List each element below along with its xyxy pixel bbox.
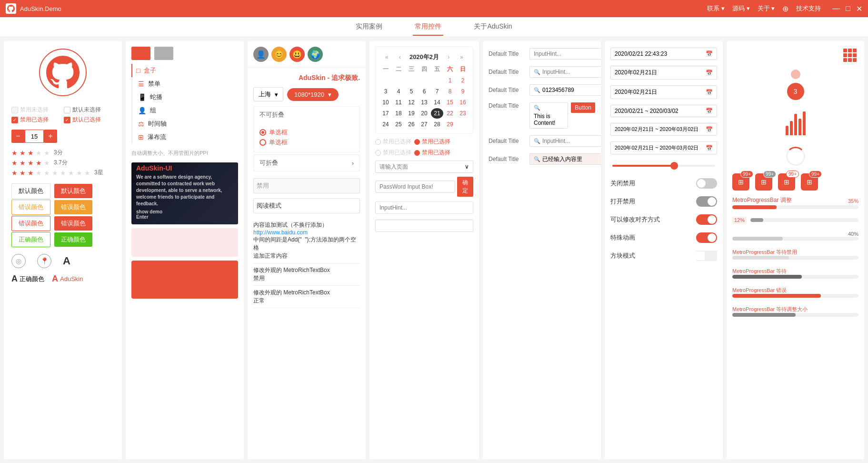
tab-cases[interactable]: 实用案例 [354,19,384,36]
menu-item-box[interactable]: □ 盒子 [131,64,238,77]
cal-day[interactable]: 20 [418,108,430,119]
btn-primary[interactable]: 默认颜色 [54,184,92,198]
input-box-2[interactable]: 🔍 [529,66,601,78]
cal-day[interactable]: 7 [431,86,443,97]
minimize-btn[interactable]: — [832,4,840,13]
btn-success-outline[interactable]: 正确颜色 [11,232,50,247]
menu-item-snake[interactable]: 📱 蛇播 [136,91,238,104]
datetime-3[interactable]: 2020年02月21日 📅 [610,85,717,99]
switch-on-gray[interactable] [696,196,717,207]
cal-day[interactable]: 22 [444,108,456,119]
menu-item-timeline[interactable]: ⚖ 时间轴 [136,117,238,131]
cal-day[interactable]: 2 [457,75,469,86]
btn-success[interactable]: 正确颜色 [54,232,92,247]
datetime-4[interactable]: 2020/02/21 ~ 2020/03/02 📅 [610,105,717,117]
cal-day[interactable]: 29 [444,119,456,130]
btn-warning[interactable]: 错误颜色 [54,200,92,214]
nav-source[interactable]: 源码 ▾ [732,4,750,13]
input-box-4[interactable]: 🔍 This isContent! [529,102,568,129]
cal-day[interactable]: 9 [457,86,469,97]
close-btn[interactable]: ✕ [856,4,862,13]
menu-item-waterfall[interactable]: ⊞ 瀑布流 [136,131,238,144]
tab-controls[interactable]: 常用控件 [413,19,443,36]
cal-day[interactable]: 24 [379,119,392,130]
slider-thumb[interactable] [670,162,678,170]
btn-default-outline[interactable]: 默认颜色 [11,183,50,199]
cb-default-unchecked[interactable]: 默认未选择 [64,106,114,114]
tab-about[interactable]: 关于AduSkin [472,19,514,36]
btn-error[interactable]: 错误颜色 [54,216,92,231]
input-box-6[interactable]: 🔍 [529,153,601,165]
github-icon[interactable]: ⊕ [782,4,788,13]
accordion-header-expandable[interactable]: 可折叠 › [254,155,359,171]
input-btn-4[interactable]: Button [571,102,595,113]
menu-item-group[interactable]: 👤 组 [136,104,238,117]
textarea-normal[interactable]: 阅读模式 [253,198,360,213]
cal-prev[interactable]: ‹ [397,53,403,61]
cal-day[interactable]: 17 [379,108,392,119]
cal-prev-prev[interactable]: « [383,53,390,61]
input-box-1[interactable] [529,48,601,60]
cal-day[interactable]: 5 [405,86,418,97]
cal-next-next[interactable]: » [458,53,465,61]
cb-disabled-unchecked[interactable]: 禁用未选择 [11,106,62,114]
cal-next[interactable]: › [446,53,451,61]
hint-field-2[interactable] [379,222,469,229]
stepper-minus[interactable]: − [11,130,25,143]
nav-contact[interactable]: 联系 ▾ [707,4,725,13]
cal-day[interactable]: 18 [392,108,405,119]
cal-day[interactable]: 19 [405,108,418,119]
password-input[interactable] [375,181,455,193]
cal-day[interactable]: 27 [418,119,430,130]
cal-day[interactable]: 13 [418,97,430,108]
cal-day[interactable]: 23 [457,108,469,119]
btn-error-outline[interactable]: 错误颜色 [11,216,50,231]
hint-input-2[interactable] [375,220,473,232]
slider-track[interactable] [612,165,715,167]
radio-item-2[interactable]: 单选框 [259,138,354,147]
input-dropdown[interactable]: ∨ [375,161,473,173]
resolution-dropdown[interactable]: 1080*1920 ▾ [287,88,339,101]
cal-day[interactable]: 16 [457,97,469,108]
cal-day[interactable]: 1 [444,75,456,86]
cal-day[interactable]: 26 [405,119,418,130]
datetime-5[interactable]: 2020年02月21日 ~ 2020年03月02日 📅 [610,123,717,136]
switch-align[interactable] [696,214,717,225]
switch-square[interactable] [696,251,717,261]
input-box-5[interactable]: 🔍 [529,135,601,147]
datetime-6[interactable]: 2020年02月21日 ~ 2020年03月02日 📅 [610,141,717,154]
cal-day[interactable]: 25 [392,119,405,130]
menu-item-forbidden[interactable]: ☰ 禁单 [136,77,238,91]
btn-warning-outline[interactable]: 错误颜色 [11,200,50,215]
cal-day[interactable]: 6 [418,86,430,97]
stepper-plus[interactable]: + [44,130,57,143]
cal-day[interactable]: 28 [431,119,443,130]
switch-off[interactable] [696,178,717,189]
nav-tech-support[interactable]: 技术支持 [796,4,821,13]
switch-special[interactable] [696,232,717,243]
hint-input-1[interactable] [375,201,473,214]
cal-today[interactable]: 21 [431,108,443,119]
accordion-header-collapsed[interactable]: 不可折叠 [254,107,359,123]
radio-item-1[interactable]: 单选框 [259,128,354,137]
cal-day[interactable]: 14 [431,97,443,108]
datetime-1[interactable]: 2020/02/21 22:43:23 📅 [610,48,717,60]
cal-day[interactable]: 12 [405,97,418,108]
cal-day[interactable]: 4 [392,86,405,97]
cb-disabled-checked[interactable]: ✓ 禁用已选择 [11,116,62,124]
datetime-2[interactable]: 2020年02月21日 📅 [610,66,717,80]
cal-day[interactable]: 8 [444,86,456,97]
hint-field-1[interactable] [379,204,469,211]
password-field[interactable] [379,183,451,190]
input-box-3[interactable]: 🔍 [529,84,601,96]
nav-about[interactable]: 关于 ▾ [758,4,775,13]
city-dropdown[interactable]: 上海 ▾ [253,87,283,101]
cal-day[interactable]: 15 [444,97,456,108]
maximize-btn[interactable]: □ [846,4,850,13]
cb-default-checked[interactable]: ✓ 默认已选择 [64,116,114,124]
cal-day[interactable]: 3 [379,86,392,97]
cal-day[interactable]: 10 [379,97,392,108]
page-input[interactable] [379,163,465,170]
cal-day[interactable]: 11 [392,97,405,108]
confirm-btn[interactable]: 确定 [457,177,473,197]
